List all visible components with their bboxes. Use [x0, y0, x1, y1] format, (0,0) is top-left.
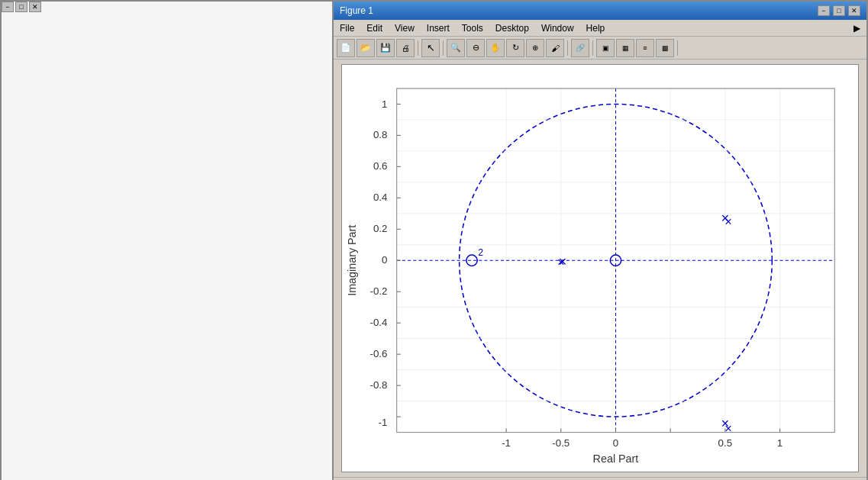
svg-text:-1: -1	[502, 437, 511, 449]
svg-text:0.6: 0.6	[373, 160, 388, 172]
editor-maximize-button[interactable]: □	[15, 2, 27, 12]
fig-colorbar-btn[interactable]: ▩	[656, 39, 674, 57]
svg-text:×: ×	[558, 253, 566, 269]
figure-title: Figure 1	[340, 5, 373, 16]
svg-text:-0.5: -0.5	[552, 437, 570, 449]
fig-rotate-btn[interactable]: ↻	[506, 39, 524, 57]
fig-toolbar-sep-5	[677, 40, 678, 56]
figure-titlebar: Figure 1 − □ ✕	[334, 2, 866, 20]
fig-toolbar-sep-2	[443, 40, 444, 56]
fig-zoom-in-btn[interactable]: 🔍	[447, 39, 465, 57]
svg-text:1: 1	[382, 98, 387, 110]
fig-zoom-out-btn[interactable]: ⊖	[466, 39, 485, 57]
fig-menu-file[interactable]: File	[337, 22, 357, 34]
figure-toolbar: 📄 📂 💾 🖨 ↖ 🔍 ⊖ ✋ ↻ ⊕ 🖌 🔗 ▣ ▦ ≡ ▩	[334, 37, 866, 60]
editor-window: Editor - C:\Users\27531\Documents\MATLAB…	[0, 0, 332, 480]
fig-print-btn[interactable]: 🖨	[396, 39, 415, 57]
svg-text:0.4: 0.4	[373, 192, 388, 203]
fig-menu-edit[interactable]: Edit	[363, 22, 386, 34]
svg-text:-0.4: -0.4	[369, 317, 387, 328]
editor-close-button[interactable]: ✕	[29, 2, 41, 12]
figure-bottom-bar	[334, 477, 866, 480]
editor-minimize-button[interactable]: −	[2, 2, 14, 12]
svg-text:×: ×	[721, 210, 729, 226]
svg-text:1: 1	[777, 437, 782, 449]
fig-toolbar-sep-3	[567, 40, 568, 56]
svg-text:-0.6: -0.6	[369, 348, 387, 359]
fig-save-btn[interactable]: 💾	[376, 39, 395, 57]
svg-text:-1: -1	[379, 417, 388, 428]
fig-select-btn[interactable]: ↖	[421, 39, 440, 57]
svg-text:0: 0	[613, 437, 618, 449]
figure-maximize-button[interactable]: □	[833, 5, 845, 16]
svg-text:0.2: 0.2	[373, 223, 388, 234]
figure-window: Figure 1 − □ ✕ File Edit View Insert Too…	[332, 0, 868, 480]
desktop: Editor - C:\Users\27531\Documents\MATLAB…	[0, 0, 868, 480]
figure-menubar: File Edit View Insert Tools Desktop Wind…	[334, 20, 866, 37]
zplane-svg: 2 × × × -1 -0.5 0	[342, 65, 858, 472]
fig-menu-desktop[interactable]: Desktop	[492, 22, 532, 34]
win-controls: − □ ✕	[818, 5, 860, 16]
fig-legend-btn[interactable]: ≡	[636, 39, 654, 57]
svg-text:-0.2: -0.2	[369, 285, 387, 297]
fig-toolbar-sep-4	[592, 40, 593, 56]
editor-titlebar: Editor - C:\Users\27531\Documents\MATLAB…	[1, 1, 331, 19]
fig-menu-insert[interactable]: Insert	[424, 22, 453, 34]
fig-linkplot-btn[interactable]: 🔗	[571, 39, 589, 57]
fig-tablet-btn[interactable]: ▦	[616, 39, 634, 57]
fig-open-btn[interactable]: 📂	[357, 39, 375, 57]
fig-datacursor-btn[interactable]: ⊕	[526, 39, 544, 57]
fig-menu-help[interactable]: Help	[583, 22, 608, 34]
fig-new-btn[interactable]: 📄	[337, 39, 355, 57]
plot-inner: 2 × × × -1 -0.5 0	[342, 65, 858, 472]
plot-area: 2 × × × -1 -0.5 0	[341, 64, 859, 472]
svg-text:0: 0	[382, 254, 387, 266]
fig-menu-tools[interactable]: Tools	[459, 22, 486, 34]
fig-menu-view[interactable]: View	[392, 22, 418, 34]
fig-menu-window[interactable]: Window	[538, 22, 577, 34]
svg-text:Real Part: Real Part	[593, 453, 639, 465]
fig-brush-btn[interactable]: 🖌	[546, 39, 564, 57]
svg-text:0.8: 0.8	[373, 129, 388, 140]
svg-text:Imaginary Part: Imaginary Part	[346, 225, 358, 296]
fig-fig2-btn[interactable]: ▣	[596, 39, 615, 57]
svg-text:-0.8: -0.8	[369, 379, 387, 391]
fig-menu-arrow: ▶	[850, 22, 863, 34]
figure-minimize-button[interactable]: −	[818, 5, 830, 16]
svg-text:2: 2	[478, 247, 483, 258]
figure-close-button[interactable]: ✕	[848, 5, 860, 16]
fig-toolbar-sep-1	[418, 40, 418, 56]
svg-text:0.5: 0.5	[718, 437, 733, 449]
fig-pan-btn[interactable]: ✋	[486, 39, 505, 57]
